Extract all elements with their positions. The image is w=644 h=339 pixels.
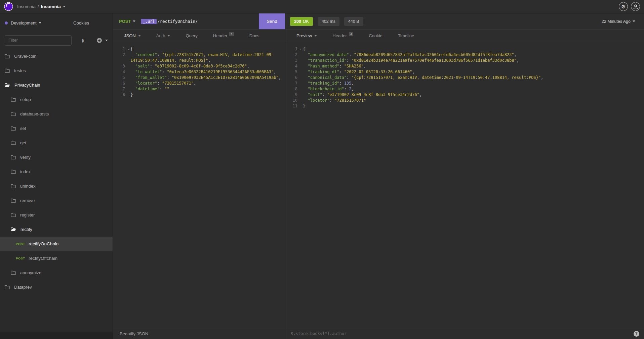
sidebar-folder-rectify[interactable]: rectify — [0, 222, 113, 237]
line-number: 7 — [113, 86, 126, 92]
account-button[interactable] — [631, 2, 640, 11]
filter-input[interactable] — [5, 35, 72, 46]
code-line: 6 "canonical_data": "{cpf:72815157071, e… — [285, 75, 644, 81]
sidebar-folder-anonymize[interactable]: anonymize — [0, 265, 113, 280]
method-caret-icon[interactable] — [133, 20, 135, 22]
code-line: 3 "salt": "e3719002-8c09-4c8f-8da3-9f5ce… — [113, 63, 285, 69]
request-method-badge: POST — [16, 242, 26, 246]
tab-label: Docs — [249, 33, 259, 38]
fold-caret-icon[interactable]: ▾ — [299, 46, 303, 52]
response-history-label: 22 Minutes Ago — [602, 19, 631, 24]
sidebar-folder-set[interactable]: set — [0, 121, 113, 136]
insomnia-app: Insomnia / Insomnia ⚙ Development Cookie… — [0, 0, 644, 339]
request-body-editor[interactable]: 1▾{2 "content": "{cpf:72815157071, exam:… — [113, 42, 285, 328]
tab-label: JSON — [124, 33, 136, 38]
request-tab-bar: JSONAuthQueryHeader1Docs — [113, 30, 285, 42]
request-url[interactable]: _.url /rectifyOnChain/ — [141, 19, 198, 24]
sidebar-folder-Dataprev[interactable]: Dataprev — [0, 280, 113, 294]
code-line: 3 "transaction_id": "0xd81e24b3194e74a22… — [285, 58, 644, 63]
sidebar-folder-Gravel-coin[interactable]: Gravel-coin — [0, 49, 113, 63]
code-line: 1▾{ — [285, 46, 644, 52]
folder-closed-icon — [11, 141, 16, 145]
line-number: 4 — [285, 63, 299, 69]
folder-label: testes — [14, 68, 26, 73]
request-tab-json[interactable]: JSON — [116, 30, 149, 42]
settings-button[interactable]: ⚙ — [619, 2, 628, 11]
workspace-caret-icon[interactable] — [63, 6, 66, 7]
response-tab-cookie[interactable]: Cookie — [361, 30, 390, 42]
tab-count-badge: 4 — [349, 32, 353, 36]
environment-caret-icon[interactable] — [39, 22, 41, 24]
request-footer: Beautify JSON — [113, 328, 285, 339]
sidebar-folder-database-tests[interactable]: database-tests — [0, 107, 113, 121]
chevron-down-icon — [138, 35, 141, 37]
response-pane: 200 OK 402 ms 440 B 22 Minutes Ago Previ… — [285, 13, 644, 339]
line-number: 1 — [113, 46, 126, 52]
sidebar-folder-unindex[interactable]: unindex — [0, 179, 113, 193]
help-icon[interactable]: ? — [634, 331, 639, 337]
response-body-viewer[interactable]: 1▾{2 "anonymized_data": "7886deab8209d65… — [285, 42, 644, 328]
code-line: 1▾{ — [113, 46, 285, 52]
line-number: 10 — [285, 98, 299, 103]
line-number: 5 — [285, 69, 299, 75]
sidebar-folder-remove[interactable]: remove — [0, 193, 113, 208]
environment-selector[interactable]: Development — [11, 20, 37, 26]
beautify-json-button[interactable]: Beautify JSON — [113, 331, 148, 336]
response-size-badge: 440 B — [344, 17, 363, 26]
line-number: 2 — [113, 52, 126, 58]
response-filter-input[interactable] — [285, 331, 634, 336]
folder-closed-icon — [11, 184, 16, 188]
folder-label: verify — [20, 155, 31, 160]
folder-closed-icon — [11, 271, 16, 275]
request-tab-header[interactable]: Header1 — [205, 30, 242, 42]
response-tab-bar: PreviewHeader4CookieTimeline — [285, 30, 644, 42]
sidebar-folder-setup[interactable]: setup — [0, 92, 113, 107]
breadcrumb-workspace[interactable]: Insomnia — [41, 4, 61, 9]
response-tab-timeline[interactable]: Timeline — [390, 30, 422, 42]
request-tab-docs[interactable]: Docs — [242, 30, 267, 42]
sidebar-folder-verify[interactable]: verify — [0, 150, 113, 164]
sidebar-folder-PrivacyChain[interactable]: PrivacyChain — [0, 78, 113, 92]
response-status-bar: 200 OK 402 ms 440 B 22 Minutes Ago — [285, 13, 644, 30]
cookies-button[interactable]: Cookies — [73, 20, 89, 26]
code-line: 4 "to_wallet": "0x1eca7eD6322B410219Ef95… — [113, 69, 285, 75]
request-tab-query[interactable]: Query — [178, 30, 205, 42]
code-line: 5 "tracking_dt": "2022-02-05T20:33:26.66… — [285, 69, 644, 75]
folder-closed-icon — [5, 68, 10, 73]
sidebar-folder-register[interactable]: register — [0, 208, 113, 222]
request-pane: POST _.url /rectifyOnChain/ Send JSONAut… — [113, 13, 285, 339]
add-request-button[interactable]: + — [97, 38, 108, 43]
fold-caret-icon[interactable]: ▾ — [126, 46, 130, 52]
folder-label: PrivacyChain — [14, 83, 40, 88]
sidebar: Development Cookies ▲▼ + Gravel-cointest… — [0, 13, 113, 339]
url-path: /rectifyOnChain/ — [157, 19, 198, 24]
response-history-dropdown[interactable]: 22 Minutes Ago — [602, 19, 639, 24]
response-tab-header[interactable]: Header4 — [325, 30, 361, 42]
folder-label: database-tests — [20, 111, 49, 116]
breadcrumb-separator: / — [38, 4, 39, 9]
sidebar-folder-get[interactable]: get — [0, 136, 113, 150]
sidebar-folder-testes[interactable]: testes — [0, 63, 113, 78]
sidebar-request-rectifyOffchain[interactable]: POSTrectifyOffchain — [0, 251, 113, 265]
response-time-badge: 402 ms — [318, 17, 339, 26]
send-button[interactable]: Send — [259, 13, 285, 29]
folder-label: remove — [20, 198, 35, 203]
sidebar-filter-row: ▲▼ + — [0, 32, 113, 48]
status-code-badge: 200 OK — [290, 17, 313, 26]
sort-order-icon[interactable]: ▲▼ — [81, 38, 85, 43]
tab-label: Auth — [156, 33, 165, 38]
line-number: 3 — [113, 63, 126, 69]
tab-label: Header — [213, 33, 228, 38]
folder-label: register — [20, 212, 35, 217]
code-line: 8} — [113, 92, 285, 98]
sidebar-request-rectifyOnChain[interactable]: POSTrectifyOnChain — [0, 237, 113, 251]
response-tab-preview[interactable]: Preview — [289, 30, 325, 42]
line-number: 7 — [285, 81, 299, 86]
folder-closed-icon — [11, 155, 16, 159]
url-environment-tag[interactable]: _.url — [141, 19, 157, 24]
url-bar: POST _.url /rectifyOnChain/ Send — [113, 13, 285, 30]
sidebar-folder-index[interactable]: index — [0, 164, 113, 179]
request-tab-auth[interactable]: Auth — [149, 30, 178, 42]
request-method-selector[interactable]: POST — [119, 19, 131, 24]
history-caret-icon — [633, 20, 635, 22]
